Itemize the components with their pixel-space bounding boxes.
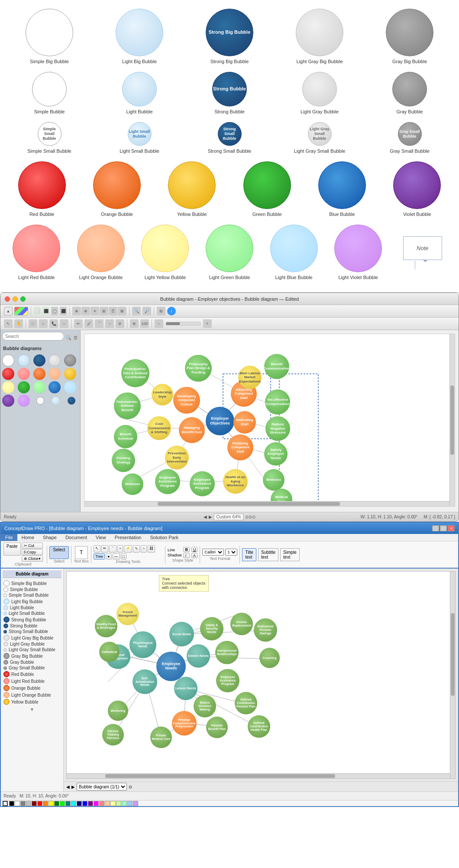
colorbar-no-fill[interactable] xyxy=(3,801,8,806)
lightblue-bubble[interactable] xyxy=(270,225,318,272)
thumb-lightblue[interactable] xyxy=(64,381,76,393)
node-benefit-communication[interactable]: Benefit Communication xyxy=(264,354,289,379)
light-med-bubble[interactable] xyxy=(122,72,157,106)
node-employer-objectives[interactable]: Employer Objectives xyxy=(206,407,234,435)
swatch-gray[interactable] xyxy=(20,801,26,806)
win-node-service-training[interactable]: Service Training Fairness xyxy=(102,724,124,746)
win-title-text-btn[interactable]: Titletext xyxy=(242,548,256,561)
thumb-lightorange[interactable] xyxy=(48,368,61,380)
thumb-red[interactable] xyxy=(2,368,14,380)
win-paste-button[interactable]: Paste xyxy=(3,543,21,556)
node-managing-benefit[interactable]: Managing Benefit Cost xyxy=(179,417,205,443)
win-sidebar-strong-big[interactable]: Strong Big Bubble xyxy=(3,616,61,623)
win-select-button[interactable]: Select xyxy=(49,546,69,559)
red-bubble[interactable] xyxy=(18,161,66,209)
win-node-coaching[interactable]: Coaching xyxy=(259,648,280,668)
simple-sm-bubble[interactable]: SimpleSmallBubble xyxy=(38,122,61,146)
gray-sm-bubble[interactable]: Gray Small Bubble xyxy=(398,122,422,146)
swatch-orange[interactable] xyxy=(43,801,48,806)
node-satisfy-employee[interactable]: Satisfy Employee Needs xyxy=(264,442,288,466)
win-sidebar-strong-small[interactable]: Strong Small Bubble xyxy=(3,629,61,634)
win-node-employee-needs[interactable]: Employee Needs xyxy=(156,652,186,681)
blue-bubble[interactable] xyxy=(318,161,366,209)
win-sidebar-scroll-down[interactable]: ▼ xyxy=(3,707,61,712)
light-big-bubble[interactable] xyxy=(116,9,163,56)
mac-prev-page[interactable]: ◀ xyxy=(204,514,207,519)
tool-8[interactable]: ⊞ xyxy=(100,307,108,315)
node-health-aging[interactable]: Health of an Aging Workforce xyxy=(223,469,248,494)
thumb-yellow[interactable] xyxy=(64,368,76,380)
tool-cursor[interactable]: ↖ xyxy=(4,319,13,328)
win-sidebar-light-big[interactable]: Light Big Bubble xyxy=(3,598,61,605)
node-prevention-early[interactable]: Prevention Early Intervention xyxy=(165,446,189,469)
win-tool-draw[interactable]: ✏ xyxy=(101,545,108,553)
tool-7[interactable]: ≡ xyxy=(91,307,99,315)
thumb-lightred[interactable] xyxy=(18,368,30,380)
win-node-sabbatical[interactable]: Sabbatical xyxy=(99,642,120,662)
thumb-strong[interactable] xyxy=(33,354,45,366)
tool-3[interactable]: ◯ xyxy=(51,307,58,315)
tool-arrow[interactable]: → xyxy=(105,319,114,328)
win-node-employee-assistance-prog[interactable]: Employee Assistance Program xyxy=(216,669,239,692)
tool-grid[interactable]: ⊞ xyxy=(157,307,165,315)
tool-palette[interactable] xyxy=(14,307,28,315)
win-bold-button[interactable]: B xyxy=(183,547,190,552)
swatch-green[interactable] xyxy=(54,801,59,806)
win-node-leisure[interactable]: Leisure Needs xyxy=(174,677,197,700)
win-sidebar-simple-small[interactable]: Simple Small Bubble xyxy=(3,592,61,598)
win-sidebar-lightgray-big[interactable]: Light Gray Big Bubble xyxy=(3,634,61,641)
win-sidebar-red[interactable]: Red Bubble xyxy=(3,671,61,678)
lightyellow-bubble[interactable] xyxy=(141,225,189,272)
win-node-defined-contrib[interactable]: Defined Contribution Pension Plan xyxy=(235,692,257,714)
thumb-lightyellow[interactable] xyxy=(2,381,14,393)
tool-hand[interactable]: ✋ xyxy=(14,319,23,328)
yellow-bubble[interactable] xyxy=(168,161,216,209)
mac-maximize-button[interactable] xyxy=(20,296,26,302)
tool-9[interactable]: ☰ xyxy=(109,307,117,315)
win-underline-button[interactable]: U xyxy=(191,547,198,552)
win-canvas-scrollbar-h[interactable] xyxy=(67,773,450,778)
win-tool-curve[interactable]: ∿ xyxy=(133,545,140,553)
swatch-red[interactable] xyxy=(37,801,42,806)
win-node-interpersonal[interactable]: Interpersonal Relationships xyxy=(215,641,239,664)
win-subtitle-text-btn[interactable]: Subtitletext xyxy=(258,548,278,561)
win-node-retirement[interactable]: Retirement Pension Savings xyxy=(254,618,277,642)
swatch-maroon[interactable] xyxy=(32,801,37,806)
win-font-select[interactable]: Calibri xyxy=(202,549,224,556)
win-tool-bezier[interactable]: ~ xyxy=(117,545,123,553)
mac-search-input[interactable] xyxy=(2,332,64,341)
swatch-pink[interactable] xyxy=(99,801,104,806)
win-tool-tree[interactable]: Tree xyxy=(94,553,105,559)
swatch-lightblue[interactable] xyxy=(127,801,133,806)
win-sidebar-gray[interactable]: Gray Bubble xyxy=(3,659,61,665)
canvas-scrollbar-vertical[interactable] xyxy=(449,334,455,506)
win-node-prestige[interactable]: Prestige Comprehensive Progression xyxy=(172,711,197,736)
mac-close-button[interactable] xyxy=(5,296,10,302)
lightred-bubble[interactable] xyxy=(13,225,60,272)
swatch-silver[interactable] xyxy=(26,801,31,806)
thumb-small-strong[interactable] xyxy=(68,397,75,405)
tool-6[interactable]: ⊗ xyxy=(81,307,90,315)
win-tool-round[interactable]: ○ xyxy=(141,545,146,553)
tool-zoom-out[interactable]: 🔎 xyxy=(142,307,151,315)
swatch-purple[interactable] xyxy=(88,801,93,806)
node-wellness-left[interactable]: Wellness xyxy=(122,473,143,495)
tool-1[interactable]: ⬜ xyxy=(34,307,41,315)
win-sidebar-lightgray-small[interactable]: Light Gray Small Bubble xyxy=(3,647,61,653)
canvas-scrollbar-horizontal[interactable] xyxy=(84,501,449,506)
strong-big-bubble[interactable]: Strong Big Bubble xyxy=(206,9,253,56)
mac-next-page[interactable]: ▶ xyxy=(209,514,212,519)
win-node-physiological[interactable]: Physiological Needs xyxy=(129,631,156,658)
tool-4[interactable]: ⬛ xyxy=(60,307,67,315)
swatch-cyan[interactable] xyxy=(71,801,76,806)
node-employee-assistance-right[interactable]: Employee Assistance Program xyxy=(190,471,215,496)
tool-shape-circle[interactable]: ○ xyxy=(39,319,48,328)
tool-info[interactable]: i xyxy=(167,307,176,315)
tool-pencil[interactable]: ✏ xyxy=(74,319,83,328)
swatch-lightgreen[interactable] xyxy=(116,801,121,806)
node-motivating-staff[interactable]: Motivating Staff xyxy=(233,411,256,434)
lightorange-bubble[interactable] xyxy=(77,225,125,272)
swatch-lavender[interactable] xyxy=(133,801,138,806)
node-developing-corporate[interactable]: Developing Corporate Culture xyxy=(173,387,200,414)
thumb-green[interactable] xyxy=(18,381,30,393)
